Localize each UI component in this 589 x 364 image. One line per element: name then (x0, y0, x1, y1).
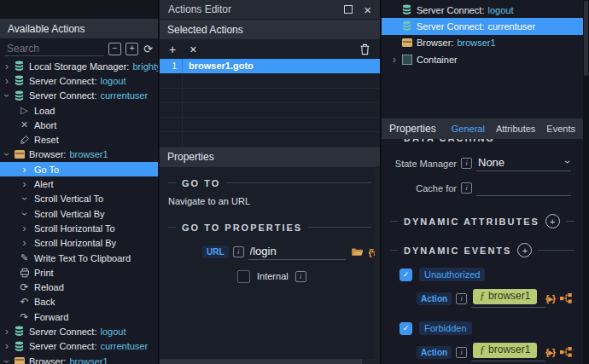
tree-item-write-text-to-clipboard[interactable]: ✎Write Text To Clipboard (0, 251, 158, 265)
actions-grid-empty-row[interactable] (160, 118, 380, 132)
available-actions-tree: ›Local Storage Manager:brightyard›Server… (0, 59, 158, 364)
tree-item-forward[interactable]: ↷Forward (0, 309, 158, 324)
actions-grid-empty-row[interactable] (160, 89, 380, 103)
tree-item-browser-browser1[interactable]: ›Browser:browser1 (0, 147, 158, 162)
tree-item-scroll-vertical-to[interactable]: ›Scroll Vertical To (0, 192, 158, 206)
chevron-right-icon[interactable]: › (389, 54, 399, 66)
info-icon[interactable]: i (461, 158, 472, 169)
event-label[interactable]: Forbidden (419, 321, 472, 335)
chevron-right-icon[interactable]: › (2, 326, 12, 338)
add-dynamic-event-icon[interactable]: + (517, 243, 532, 257)
data-caching-group-header: DATA CACHING (390, 139, 574, 143)
info-icon[interactable]: i (456, 293, 467, 304)
data-caching-fields: State ManageriNone›Cache fori (382, 155, 583, 196)
tree-item-server-connect-logout[interactable]: ›Server Connect:logout (382, 2, 589, 18)
goto-properties-group-title: GO TO PROPERTIES (182, 222, 302, 233)
tree-item-print[interactable]: Print (0, 265, 158, 280)
tree-item-scroll-horizontal-to[interactable]: ›Scroll Horizontal To (0, 221, 158, 235)
browser-icon (15, 150, 25, 159)
search-row: − + ⟳ (0, 38, 158, 59)
refresh-icon[interactable]: ⟳ (143, 43, 153, 55)
action-value-field[interactable]: ƒbrowser1 (471, 289, 545, 308)
tree-item-label: Server Connect: (417, 21, 484, 32)
tree-item-browser-browser1[interactable]: ›Browser:browser1 (382, 35, 589, 51)
info-icon[interactable]: i (461, 182, 472, 194)
remove-action-icon[interactable]: × (190, 43, 196, 55)
add-dynamic-attribute-icon[interactable]: + (545, 214, 560, 228)
event-check-row: ✓Unauthorized (399, 268, 583, 281)
actions-grid-empty-row[interactable] (160, 73, 380, 88)
chevron-right-icon[interactable]: › (2, 75, 12, 87)
chevron-down-icon[interactable]: › (562, 160, 574, 164)
flow-function-pill[interactable]: ƒbrowser1 (473, 343, 537, 358)
trash-icon[interactable] (359, 43, 370, 55)
editor-properties-title: Properties (167, 151, 214, 163)
chevron-down-icon[interactable]: › (1, 356, 13, 364)
actions-grid-empty-row[interactable] (160, 103, 380, 118)
tree-item-browser-browser1[interactable]: ›Browser:browser1 (0, 354, 158, 364)
folder-open-icon[interactable] (351, 247, 364, 257)
tree-item-server-connect-logout[interactable]: ›Server Connect:logout (0, 324, 158, 338)
tree-item-reset[interactable]: Reset (0, 132, 158, 147)
tree-item-server-connect-currentuser[interactable]: ›Server Connect:currentuser (0, 89, 158, 103)
maximize-icon[interactable] (344, 5, 353, 14)
tab-attributes[interactable]: Attributes (496, 124, 535, 134)
tree-item-load[interactable]: ▷Load (0, 103, 158, 118)
close-icon[interactable]: × (364, 3, 371, 16)
code-expression-icon[interactable]: {▸} (545, 347, 555, 358)
row-number (160, 89, 183, 102)
data-caching-clipped-header: DATA CACHING (382, 139, 583, 147)
actions-grid-empty-row[interactable] (160, 132, 380, 147)
flow-editor-icon[interactable] (560, 347, 572, 357)
collapse-all-icon[interactable]: − (108, 43, 121, 55)
code-expression-icon[interactable]: {▸} (545, 293, 555, 304)
unauthorized-checkbox[interactable]: ✓ (399, 269, 412, 281)
chevron-down-icon[interactable]: › (1, 90, 13, 101)
editor-properties-header: Properties (160, 147, 380, 167)
action-label: Action (417, 346, 452, 359)
reset-icon (20, 135, 30, 145)
url-info-icon[interactable]: i (233, 246, 244, 257)
tab-general[interactable]: General (452, 124, 485, 134)
goto-group-header: GO TO (168, 178, 371, 188)
expand-all-icon[interactable]: + (125, 43, 138, 55)
abort-icon: ✕ (20, 120, 28, 130)
chevron-right-icon[interactable]: › (2, 61, 12, 72)
tree-item-server-connect-currentuser[interactable]: ›Server Connect:currentuser (0, 339, 158, 354)
tree-item-container[interactable]: ›Container (382, 51, 589, 67)
tree-item-server-connect-currentuser[interactable]: ›Server Connect:currentuser (382, 18, 589, 34)
add-action-icon[interactable]: + (169, 43, 176, 55)
pencil-icon: ✎ (20, 253, 28, 263)
tree-item-local-storage-manager-brightyard[interactable]: ›Local Storage Manager:brightyard (0, 59, 158, 73)
internal-info-icon[interactable]: i (295, 271, 306, 282)
tree-item-scroll-horizontal-by[interactable]: ›Scroll Horizontal By (0, 236, 158, 251)
tree-item-go-to[interactable]: ›Go To (0, 162, 158, 176)
forbidden-checkbox[interactable]: ✓ (399, 322, 412, 335)
chevron-right-icon[interactable]: › (2, 340, 12, 352)
tree-item-server-connect-logout[interactable]: ›Server Connect:logout (0, 73, 158, 88)
chevron-down-icon[interactable]: › (1, 149, 13, 159)
tab-events[interactable]: Events (546, 124, 575, 134)
event-label[interactable]: Unauthorized (419, 268, 485, 281)
cache-for-input[interactable] (476, 180, 571, 196)
tree-item-scroll-vertical-by[interactable]: ›Scroll Vertical By (0, 206, 158, 221)
tree-item-back[interactable]: ↶Back (0, 295, 158, 309)
right-vertical-scrollbar[interactable] (583, 0, 589, 364)
search-input[interactable] (5, 42, 104, 56)
info-icon[interactable]: i (456, 347, 467, 358)
app-structure-tree: ›Server Connect:logout›Server Connect:cu… (382, 0, 589, 67)
tree-item-reload[interactable]: ⟳Reload (0, 280, 158, 294)
action-value-field[interactable]: ƒbrowser1 (471, 343, 545, 361)
internal-checkbox[interactable] (237, 270, 250, 283)
tree-item-value: logout (487, 5, 513, 15)
actions-grid-row[interactable]: 1browser1.goto (160, 59, 380, 73)
editor-horizontal-scrollbar[interactable] (160, 359, 380, 364)
state-manager-select[interactable]: None› (476, 155, 571, 171)
tree-item-label: Server Connect: (417, 5, 484, 15)
flow-function-pill[interactable]: ƒbrowser1 (473, 289, 537, 304)
flow-editor-icon[interactable] (560, 293, 572, 303)
tree-item-alert[interactable]: ›Alert (0, 176, 158, 191)
database-icon (14, 90, 25, 101)
tree-item-abort[interactable]: ✕Abort (0, 118, 158, 132)
url-input[interactable] (248, 245, 346, 260)
